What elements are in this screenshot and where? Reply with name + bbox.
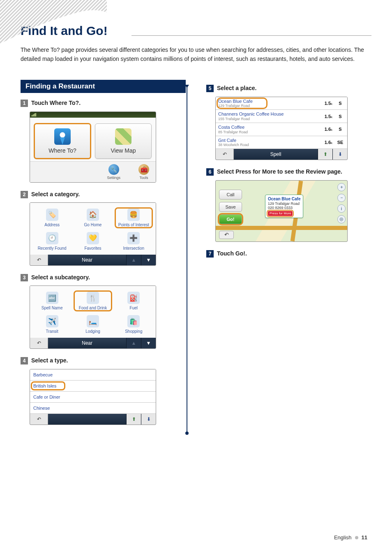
poi-icon: 🍔 xyxy=(127,209,140,221)
call-button[interactable]: Call xyxy=(219,190,242,200)
zoom-out-button[interactable]: － xyxy=(337,194,346,202)
section-heading: Finding a Restaurant xyxy=(21,80,186,93)
toolbox-icon: 🧰 xyxy=(138,164,149,175)
screenshot-main-menu: Where To? View Map 🔧 Settings xyxy=(30,111,156,183)
result-unit: k xyxy=(331,102,332,106)
recent-icon: 🕘 xyxy=(46,232,58,244)
category-intersection[interactable]: ➕Intersection xyxy=(113,230,154,253)
type-row[interactable]: British Isles xyxy=(30,381,156,392)
screenshot-map-review: Call Save Go! Ocean Blue Cafe 129 Trafal… xyxy=(215,180,348,242)
where-to-button[interactable]: Where To? xyxy=(34,123,91,159)
subcat-lodging[interactable]: 🛏️Lodging xyxy=(72,313,113,336)
result-dist: 1.6 xyxy=(325,127,331,132)
address-icon: 🏷️ xyxy=(46,209,58,221)
back-button[interactable]: ↶ xyxy=(216,149,234,160)
back-button[interactable]: ↶ xyxy=(219,231,234,239)
scroll-up-button[interactable]: ⬆ xyxy=(318,149,332,160)
subcat-fuel[interactable]: ⛽Fuel xyxy=(113,289,154,313)
save-button[interactable]: Save xyxy=(219,202,242,212)
result-row[interactable]: Ocean Blue Cafe129 Trafalgar Road 1.5kS xyxy=(216,97,347,110)
scroll-up-button[interactable]: ▲ xyxy=(126,255,141,265)
step-text-7: Touch Go!. xyxy=(217,249,247,258)
category-label: Address xyxy=(44,223,60,227)
where-to-label: Where To? xyxy=(48,147,76,154)
result-dir: S xyxy=(336,127,345,132)
result-dir: S xyxy=(336,101,345,106)
result-row[interactable]: Channers Organic Coffee House155 Trafalg… xyxy=(216,110,347,123)
result-dir: S xyxy=(336,114,345,119)
recenter-button[interactable]: ◎ xyxy=(337,215,346,223)
back-button[interactable]: ↶ xyxy=(30,338,48,348)
near-button[interactable]: Near xyxy=(48,338,126,348)
spell-button[interactable]: Spell xyxy=(234,149,318,160)
category-label: Recently Found xyxy=(38,246,67,251)
scroll-up-button[interactable]: ⬆ xyxy=(126,414,141,425)
subcat-label: Food and Drink xyxy=(79,306,107,310)
step-text-1: Touch Where To?. xyxy=(31,99,81,107)
step-number-6: 6 xyxy=(206,168,214,176)
result-row[interactable]: Gnt Cafe38 Woolwich Road 1.6kSE xyxy=(216,136,347,149)
back-button[interactable]: ↶ xyxy=(30,414,48,425)
signal-icon xyxy=(32,113,36,116)
category-label: Go Home xyxy=(84,223,102,227)
transit-icon: ✈️ xyxy=(46,315,58,327)
scroll-down-button[interactable]: ▼ xyxy=(141,255,156,265)
zoom-in-button[interactable]: ＋ xyxy=(337,183,346,191)
subcat-food[interactable]: 🍴Food and Drink xyxy=(72,289,113,313)
result-dir: SE xyxy=(336,140,345,145)
type-row[interactable]: Cafe or Diner xyxy=(30,392,156,403)
screenshot-subcategory: 🔤Spell Name 🍴Food and Drink ⛽Fuel ✈️Tran… xyxy=(30,285,156,349)
step-number-4: 4 xyxy=(21,357,28,364)
subcat-label: Spell Name xyxy=(42,306,63,310)
subcat-label: Transit xyxy=(46,329,58,334)
scroll-down-button[interactable]: ⬇ xyxy=(141,414,156,425)
type-row[interactable]: Chinese xyxy=(30,403,156,414)
result-row[interactable]: Costa Coffee85 Trafalgar Road 1.6kS xyxy=(216,123,347,136)
go-button[interactable]: Go! xyxy=(219,214,242,224)
result-name: Ocean Blue Cafe xyxy=(218,99,253,104)
category-address[interactable]: 🏷️Address xyxy=(32,206,72,230)
screenshot-type-list: Barbecue British Isles Cafe or Diner Chi… xyxy=(30,369,156,425)
scroll-down-button[interactable]: ⬇ xyxy=(332,149,347,160)
subcat-shopping[interactable]: 🛍️Shopping xyxy=(113,313,154,336)
info-button[interactable]: i xyxy=(337,204,346,213)
step-number-1: 1 xyxy=(21,100,28,107)
subcat-label: Shopping xyxy=(125,329,142,334)
subcat-spell-name[interactable]: 🔤Spell Name xyxy=(32,289,72,313)
footer-dot-icon xyxy=(355,536,358,539)
place-callout[interactable]: Ocean Blue Cafe 129 Trafalgar Road 020 8… xyxy=(265,195,303,218)
result-unit: k xyxy=(331,141,332,145)
category-poi[interactable]: 🍔Points of Interest xyxy=(113,206,154,230)
step-text-3: Select a subcategory. xyxy=(31,273,90,281)
subcat-transit[interactable]: ✈️Transit xyxy=(32,313,72,336)
step-number-5: 5 xyxy=(206,85,214,92)
scroll-up-button[interactable]: ▲ xyxy=(126,338,141,348)
settings-button[interactable]: 🔧 Settings xyxy=(107,164,120,180)
page-footer: English 11 xyxy=(334,534,367,541)
callout-address: 129 Trafalgar Road xyxy=(268,202,300,206)
tools-button[interactable]: 🧰 Tools xyxy=(138,164,149,180)
lodging-icon: 🛏️ xyxy=(87,315,99,327)
result-name: Channers Organic Coffee House xyxy=(218,111,284,117)
result-name: Costa Coffee xyxy=(218,125,248,130)
title-rule xyxy=(131,35,371,36)
scroll-down-button[interactable]: ▼ xyxy=(141,338,156,348)
tools-label: Tools xyxy=(139,176,148,180)
back-button[interactable]: ↶ xyxy=(30,255,48,265)
view-map-button[interactable]: View Map xyxy=(95,123,152,159)
result-dist: 1.5 xyxy=(325,101,331,106)
press-for-more-button[interactable]: Press for More xyxy=(268,211,293,216)
category-label: Intersection xyxy=(123,246,144,251)
footer-language: English xyxy=(334,534,352,541)
view-map-label: View Map xyxy=(111,147,136,154)
category-go-home[interactable]: 🏠Go Home xyxy=(72,206,113,230)
category-favorites[interactable]: 💛Favorites xyxy=(72,230,113,253)
spell-icon: 🔤 xyxy=(46,292,58,304)
category-recent[interactable]: 🕘Recently Found xyxy=(32,230,72,253)
footer-page-number: 11 xyxy=(362,534,367,541)
near-button[interactable]: Near xyxy=(48,255,126,265)
result-sub: 85 Trafalgar Road xyxy=(218,130,248,134)
type-row[interactable]: Barbecue xyxy=(30,369,156,381)
bar-spacer xyxy=(48,414,126,425)
timeline-connector xyxy=(187,87,187,432)
